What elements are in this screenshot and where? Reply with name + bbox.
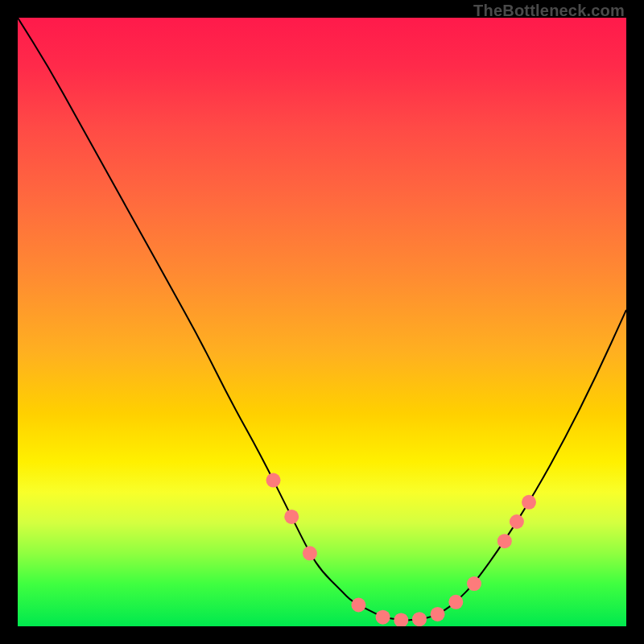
curve-marker	[412, 612, 427, 626]
curve-marker	[394, 613, 408, 626]
curve-marker	[376, 610, 390, 625]
curve-marker	[497, 534, 512, 548]
curve-markers	[266, 473, 537, 626]
chart-frame: TheBottleneck.com	[0, 0, 644, 644]
plot-area	[18, 18, 626, 626]
bottleneck-curve	[18, 18, 626, 626]
attribution-text: TheBottleneck.com	[473, 2, 625, 20]
curve-marker	[448, 595, 463, 609]
curve-line	[18, 18, 626, 620]
curve-marker	[510, 514, 524, 529]
curve-marker	[522, 495, 536, 510]
curve-marker	[303, 546, 317, 560]
curve-marker	[284, 510, 299, 524]
curve-marker	[351, 598, 365, 613]
curve-marker	[467, 576, 481, 591]
curve-marker	[431, 607, 445, 621]
curve-marker	[266, 473, 281, 488]
